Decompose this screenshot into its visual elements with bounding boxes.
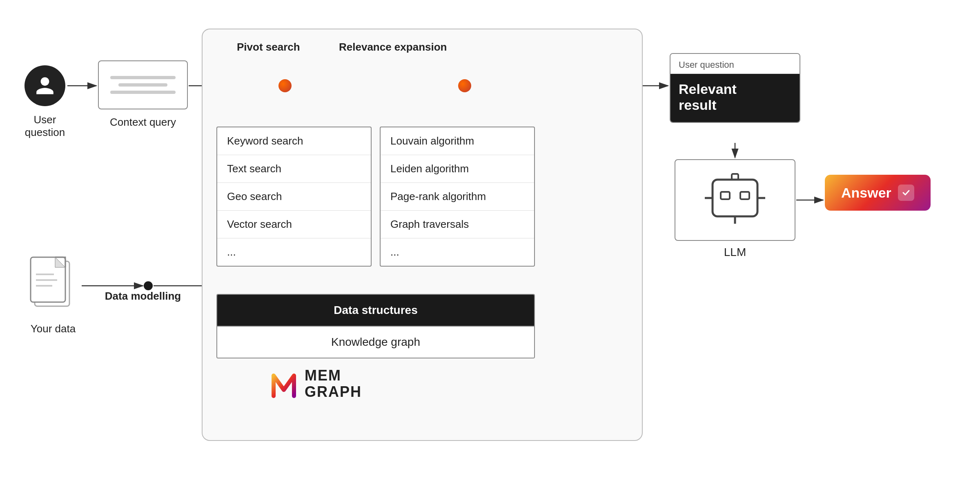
result-box-header: User question <box>670 54 800 74</box>
diagram-container: User question Context query Pivot search… <box>0 0 980 485</box>
relevance-dot <box>458 79 471 92</box>
geo-search-row: Geo search <box>217 183 371 211</box>
context-line-1 <box>110 76 176 79</box>
result-box-body: Relevant result <box>670 74 800 122</box>
your-data-icon <box>24 253 78 320</box>
memgraph-logo: MEM GRAPH <box>270 367 362 400</box>
your-data-label: Your data <box>20 323 86 335</box>
algo-table: Louvain algorithm Leiden algorithm Page-… <box>380 127 535 267</box>
context-query-box <box>98 60 188 109</box>
search-table: Keyword search Text search Geo search Ve… <box>216 127 372 267</box>
answer-button[interactable]: Answer <box>825 175 931 211</box>
answer-label: Answer <box>841 185 891 201</box>
svg-rect-14 <box>721 192 730 199</box>
memgraph-text: MEM GRAPH <box>305 367 362 400</box>
leiden-row: Leiden algorithm <box>381 155 534 183</box>
context-line-3 <box>110 91 176 94</box>
data-box: Data structures Knowledge graph <box>216 294 535 358</box>
document-icon <box>24 253 78 318</box>
algo-more-row: ... <box>381 238 534 266</box>
data-modelling-label: Data modelling <box>102 290 184 303</box>
pivot-search-label: Pivot search <box>237 41 300 53</box>
louvain-row: Louvain algorithm <box>381 127 534 155</box>
text-search-row: Text search <box>217 155 371 183</box>
data-dot <box>144 281 153 290</box>
llm-box <box>675 159 795 241</box>
answer-check-icon <box>898 185 914 201</box>
svg-rect-15 <box>740 192 749 199</box>
context-query-label: Context query <box>98 116 188 129</box>
pagerank-row: Page-rank algorithm <box>381 183 534 211</box>
vector-search-row: Vector search <box>217 211 371 238</box>
pivot-dot <box>278 79 292 92</box>
search-more-row: ... <box>217 238 371 266</box>
user-question-label: User question <box>16 113 74 139</box>
traversals-row: Graph traversals <box>381 211 534 238</box>
llm-label: LLM <box>675 246 795 259</box>
result-box-text: Relevant result <box>679 81 737 113</box>
knowledge-graph-label: Knowledge graph <box>217 326 534 358</box>
relevance-expansion-label: Relevance expansion <box>339 41 447 53</box>
llm-robot-icon <box>702 171 768 229</box>
user-icon <box>24 65 65 106</box>
result-box: User question Relevant result <box>670 53 800 123</box>
data-structures-label: Data structures <box>217 295 534 326</box>
svg-rect-13 <box>713 180 757 216</box>
context-line-2 <box>118 83 167 87</box>
keyword-search-row: Keyword search <box>217 127 371 155</box>
memgraph-m-icon <box>270 367 298 400</box>
